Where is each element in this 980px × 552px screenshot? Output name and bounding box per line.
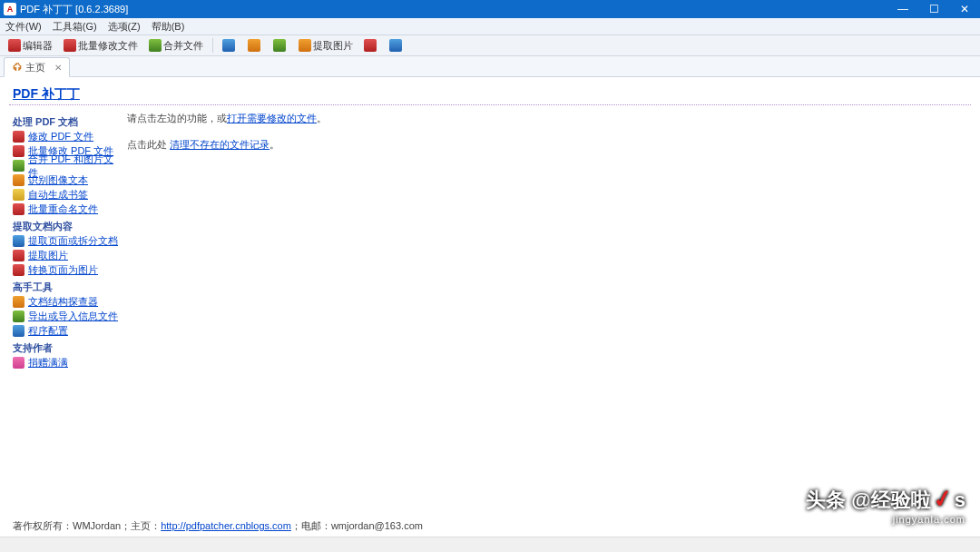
- doc-icon: [222, 39, 235, 52]
- link-open-file[interactable]: 打开需要修改的文件: [227, 113, 317, 123]
- inspector-icon: [13, 296, 24, 308]
- status-bar: [0, 537, 980, 552]
- tool-icon-5[interactable]: [385, 36, 408, 54]
- rename-icon: [13, 203, 24, 215]
- editor-icon: [8, 39, 21, 52]
- main-panel: 请点击左边的功能，或打开需要修改的文件。 点击此处 清理不存在的文件记录。: [127, 112, 967, 164]
- export-icon: [13, 310, 24, 322]
- pdf-icon: [13, 131, 24, 143]
- tool-extract-label: 提取图片: [313, 39, 353, 53]
- tool-icon-3[interactable]: [269, 36, 292, 54]
- window-title: PDF 补丁丁 [0.6.2.3689]: [20, 3, 887, 16]
- footer: 著作权所有：WMJordan；主页：http://pdfpatcher.cnbl…: [13, 519, 423, 533]
- tab-strip: ⮉ 主页 ✕: [0, 56, 980, 77]
- link-extract-images[interactable]: 提取图片: [28, 249, 68, 262]
- link-split[interactable]: 提取页面或拆分文档: [28, 234, 118, 248]
- tab-home[interactable]: ⮉ 主页 ✕: [4, 57, 70, 77]
- intro-prefix: 请点击左边的功能，或: [127, 113, 227, 123]
- footer-email-prefix: ；电邮：: [291, 520, 331, 531]
- link-bookmarks[interactable]: 自动生成书签: [28, 188, 88, 202]
- section-extract-head: 提取文档内容: [13, 220, 122, 233]
- minimize-button[interactable]: —: [887, 0, 918, 18]
- link-inspector[interactable]: 文档结构探查器: [28, 295, 98, 309]
- intro-line: 请点击左边的功能，或打开需要修改的文件。: [127, 112, 967, 125]
- menu-help[interactable]: 帮助(B): [152, 20, 185, 34]
- close-button[interactable]: ✕: [949, 0, 980, 18]
- content-area: PDF 补丁丁 处理 PDF 文档 修改 PDF 文件 批量修改 PDF 文件 …: [0, 77, 980, 537]
- menu-options[interactable]: 选项(Z): [108, 20, 141, 34]
- tool-editor-label: 编辑器: [23, 39, 53, 53]
- menu-file[interactable]: 文件(W): [5, 20, 42, 34]
- merge-icon: [149, 39, 162, 52]
- section-advanced-head: 高手工具: [13, 281, 122, 294]
- section-process-head: 处理 PDF 文档: [13, 115, 122, 129]
- toolbar: 编辑器 批量修改文件 合并文件 提取图片: [0, 35, 980, 56]
- home-icon: ⮉: [12, 62, 22, 73]
- config-icon: [13, 325, 24, 337]
- batch-icon: [64, 39, 76, 52]
- tool-icon-2[interactable]: [243, 36, 267, 54]
- toolbar-separator: [212, 38, 213, 53]
- app-icon: A: [4, 3, 16, 15]
- menu-tools[interactable]: 工具箱(G): [53, 20, 97, 34]
- tool-batch[interactable]: 批量修改文件: [59, 36, 142, 54]
- window-buttons: — ☐ ✕: [887, 0, 980, 18]
- tool-merge[interactable]: 合并文件: [144, 36, 208, 54]
- link-page-to-image[interactable]: 转换页面为图片: [28, 263, 98, 277]
- tool-editor[interactable]: 编辑器: [4, 36, 57, 54]
- extract-img-icon: [13, 250, 24, 261]
- misc-icon-2: [389, 39, 402, 52]
- refresh-icon: [273, 39, 286, 52]
- footer-email: wmjordan@163.com: [331, 520, 423, 531]
- title-bar: A PDF 补丁丁 [0.6.2.3689] — ☐ ✕: [0, 0, 980, 18]
- donate-icon: [13, 357, 24, 369]
- clear-suffix: 。: [270, 139, 279, 150]
- link-homepage[interactable]: http://pdfpatcher.cnblogs.com: [161, 520, 291, 531]
- clear-line: 点击此处 清理不存在的文件记录。: [127, 138, 967, 152]
- footer-copy: 著作权所有：WMJordan；主页：: [13, 520, 161, 531]
- clear-prefix: 点击此处: [127, 139, 170, 150]
- misc-icon-1: [364, 39, 377, 52]
- intro-suffix: 。: [317, 113, 327, 123]
- divider: [9, 104, 971, 105]
- page-title[interactable]: PDF 补丁丁: [13, 86, 80, 103]
- pdf-icon: [13, 145, 24, 157]
- folder-icon: [248, 39, 260, 52]
- link-clear-records[interactable]: 清理不存在的文件记录: [170, 139, 270, 150]
- merge-icon: [13, 160, 24, 172]
- bookmark-icon: [13, 189, 24, 201]
- menu-bar: 文件(W) 工具箱(G) 选项(Z) 帮助(B): [0, 18, 980, 35]
- link-config[interactable]: 程序配置: [28, 324, 68, 338]
- tool-icon-4[interactable]: [359, 36, 383, 54]
- maximize-button[interactable]: ☐: [918, 0, 949, 18]
- tool-batch-label: 批量修改文件: [78, 39, 138, 53]
- sidebar: 处理 PDF 文档 修改 PDF 文件 批量修改 PDF 文件 合并 PDF 和…: [13, 112, 122, 370]
- tool-merge-label: 合并文件: [163, 39, 203, 53]
- tool-extract-images[interactable]: 提取图片: [294, 36, 358, 54]
- link-export-info[interactable]: 导出或导入信息文件: [28, 310, 118, 323]
- page-img-icon: [13, 264, 24, 276]
- link-ocr[interactable]: 识别图像文本: [28, 173, 88, 187]
- tab-home-label: 主页: [25, 61, 45, 74]
- image-icon: [299, 39, 311, 52]
- section-support-head: 支持作者: [13, 341, 122, 355]
- tab-close-icon[interactable]: ✕: [54, 63, 62, 73]
- link-donate[interactable]: 捐赠满满: [28, 356, 68, 370]
- link-modify-pdf[interactable]: 修改 PDF 文件: [28, 130, 93, 143]
- ocr-icon: [13, 174, 24, 186]
- link-rename[interactable]: 批量重命名文件: [28, 202, 98, 216]
- split-icon: [13, 235, 24, 247]
- tool-icon-1[interactable]: [218, 36, 241, 54]
